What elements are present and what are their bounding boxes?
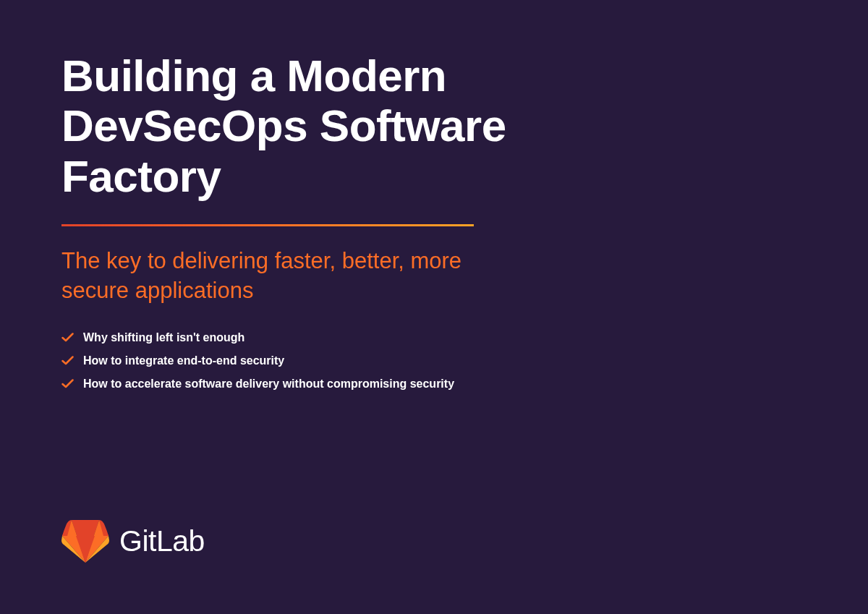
list-item: Why shifting left isn't enough xyxy=(61,331,807,344)
list-item: How to integrate end-to-end security xyxy=(61,354,807,367)
page-subtitle: The key to delivering faster, better, mo… xyxy=(61,247,510,305)
divider-line xyxy=(61,224,474,226)
bullet-list: Why shifting left isn't enough How to in… xyxy=(61,331,807,391)
gitlab-logo-icon xyxy=(61,519,109,563)
checkmark-icon xyxy=(61,331,74,344)
logo-text: GitLab xyxy=(119,524,205,558)
logo-area: GitLab xyxy=(61,519,205,563)
content-container: Building a Modern DevSecOps Software Fac… xyxy=(0,0,868,391)
bullet-text: How to accelerate software delivery with… xyxy=(83,378,454,391)
page-title: Building a Modern DevSecOps Software Fac… xyxy=(61,51,676,201)
bullet-text: Why shifting left isn't enough xyxy=(83,331,244,344)
bullet-text: How to integrate end-to-end security xyxy=(83,354,284,367)
checkmark-icon xyxy=(61,354,74,367)
list-item: How to accelerate software delivery with… xyxy=(61,378,807,391)
checkmark-icon xyxy=(61,378,74,390)
